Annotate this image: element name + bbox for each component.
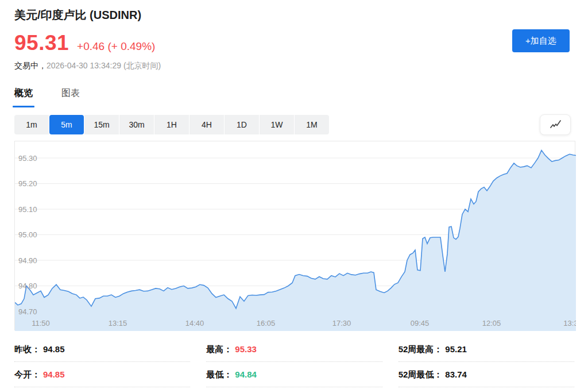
x-axis-label: 11:50 (32, 319, 50, 328)
y-axis-label: 95.00 (18, 230, 37, 239)
tab-图表[interactable]: 图表 (61, 87, 80, 107)
price-change: +0.46 (+ 0.49%) (77, 40, 155, 53)
stat-value: 94.84 (235, 369, 257, 379)
timeframe-button-1M[interactable]: 1M (295, 115, 329, 134)
stat-label: 今开： (14, 369, 40, 380)
stat-row: 最低：94.84 (206, 362, 382, 387)
stat-value: 95.33 (235, 344, 257, 354)
x-axis-label: 16:05 (257, 319, 276, 328)
timeframe-button-1D[interactable]: 1D (225, 115, 259, 134)
x-axis-label: 17:30 (332, 319, 351, 328)
stat-row: 52周最低：83.74 (399, 362, 574, 387)
timeframe-button-5m[interactable]: 5m (49, 115, 84, 134)
y-axis-label: 95.10 (18, 205, 37, 214)
y-axis-label: 94.80 (18, 282, 37, 290)
timeframe-button-1H[interactable]: 1H (154, 115, 189, 134)
add-watchlist-button[interactable]: +加自选 (512, 29, 570, 52)
timestamp: 2026-04-30 13:34:29 (北京时间) (47, 61, 161, 70)
chart-type-button[interactable] (540, 114, 571, 135)
timeframe-bar: 1m5m15m30m1H4H1D1W1M (14, 115, 329, 134)
stat-row: 52周最高：95.21 (399, 337, 574, 362)
stat-value: 95.21 (445, 344, 467, 354)
stat-label: 最低： (206, 369, 232, 380)
price-block: 95.31 +0.46 (+ 0.49%) (14, 31, 155, 55)
page-title: 美元/印度卢比 (USDINR) (14, 7, 141, 23)
y-axis-label: 94.90 (18, 256, 37, 265)
timeframe-button-1W[interactable]: 1W (260, 115, 294, 134)
x-axis-label: 13:3 (563, 319, 576, 328)
stat-label: 最高： (206, 344, 232, 355)
trading-status-label: 交易中， (14, 61, 47, 70)
y-axis-label: 95.30 (18, 154, 37, 163)
current-price: 95.31 (14, 31, 69, 55)
timeframe-button-30m[interactable]: 30m (119, 115, 154, 134)
price-area (15, 151, 576, 331)
timeframe-button-4H[interactable]: 4H (189, 115, 224, 134)
stat-label: 52周最高： (399, 344, 443, 355)
stat-row: 昨收：94.85 (14, 337, 190, 362)
price-chart[interactable]: 95.3095.2095.1095.0094.9094.8094.7011:50… (14, 141, 575, 330)
x-axis-label: 13:15 (109, 319, 127, 328)
tab-bar: 概览图表 (14, 87, 80, 107)
y-axis-label: 95.20 (18, 179, 37, 188)
stats-column: 52周最高：95.2152周最低：83.74 (399, 337, 574, 387)
stat-label: 昨收： (14, 344, 40, 355)
stat-value: 83.74 (445, 369, 467, 379)
stat-row: 最高：95.33 (206, 337, 382, 362)
stat-value: 94.85 (43, 369, 65, 379)
x-axis-label: 09:45 (411, 319, 430, 328)
x-axis-label: 12:05 (482, 319, 501, 328)
stat-value: 94.85 (43, 344, 65, 354)
timeframe-button-15m[interactable]: 15m (84, 115, 119, 134)
trading-status: 交易中，2026-04-30 13:34:29 (北京时间) (14, 61, 161, 71)
stat-row: 今开：94.85 (14, 362, 190, 387)
stats-column: 最高：95.33最低：94.84 (206, 337, 382, 387)
stat-label: 52周最低： (399, 369, 443, 380)
line-chart-icon (548, 119, 562, 130)
y-axis-label: 94.70 (18, 307, 37, 316)
x-axis-label: 14:40 (185, 319, 204, 328)
timeframe-button-1m[interactable]: 1m (14, 115, 49, 134)
stats-panel: 昨收：94.85今开：94.85最高：95.33最低：94.8452周最高：95… (14, 337, 574, 387)
stats-column: 昨收：94.85今开：94.85 (14, 337, 190, 387)
tab-概览[interactable]: 概览 (14, 87, 33, 107)
chart-canvas[interactable]: 95.3095.2095.1095.0094.9094.8094.7011:50… (15, 141, 576, 331)
